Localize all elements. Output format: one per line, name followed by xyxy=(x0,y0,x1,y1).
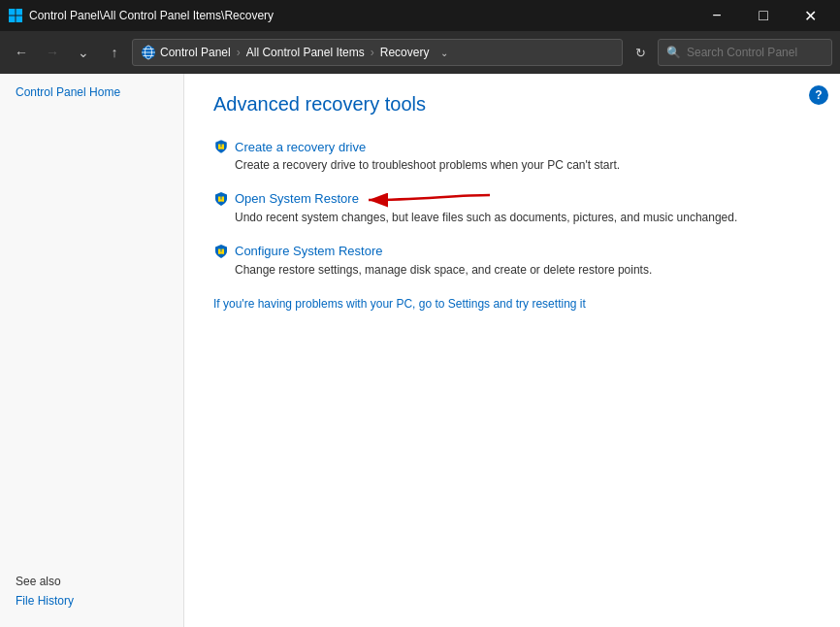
open-system-restore-desc: Undo recent system changes, but leave fi… xyxy=(213,210,811,226)
control-panel-icon xyxy=(141,45,156,60)
search-box[interactable]: 🔍 xyxy=(658,39,832,66)
sidebar: Control Panel Home See also File History xyxy=(0,74,184,627)
open-system-restore-link[interactable]: Open System Restore xyxy=(213,191,811,207)
app-icon xyxy=(8,8,23,23)
svg-rect-0 xyxy=(9,9,16,16)
breadcrumb-part2: All Control Panel Items xyxy=(246,46,365,59)
maximize-button[interactable]: □ xyxy=(741,0,786,31)
help-button[interactable]: ? xyxy=(809,85,828,105)
svg-rect-18 xyxy=(218,251,224,253)
svg-rect-14 xyxy=(218,199,224,201)
configure-system-restore-link[interactable]: Configure System Restore xyxy=(213,244,811,259)
address-dropdown-button[interactable]: ⌄ xyxy=(433,39,456,66)
configure-system-restore-label: Configure System Restore xyxy=(235,244,382,258)
page-title: Advanced recovery tools xyxy=(213,93,811,116)
create-recovery-drive-item: Create a recovery drive Create a recover… xyxy=(213,139,811,174)
window-title: Control Panel\All Control Panel Items\Re… xyxy=(29,9,695,22)
svg-rect-11 xyxy=(218,148,224,149)
titlebar: Control Panel\All Control Panel Items\Re… xyxy=(0,0,840,31)
open-system-restore-item: Open System Restore Undo recent system c… xyxy=(213,191,811,226)
main-layout: Control Panel Home See also File History… xyxy=(0,74,840,627)
content-area: ? Advanced recovery tools Create a recov… xyxy=(184,74,840,627)
svg-rect-2 xyxy=(9,16,16,23)
breadcrumb-sep2: › xyxy=(371,46,374,59)
create-recovery-drive-link[interactable]: Create a recovery drive xyxy=(213,139,811,154)
up-button[interactable]: ↑ xyxy=(101,39,128,66)
address-box[interactable]: Control Panel › All Control Panel Items … xyxy=(132,39,623,66)
configure-system-restore-desc: Change restore settings, manage disk spa… xyxy=(213,262,811,279)
file-history-link[interactable]: File History xyxy=(16,594,168,608)
create-recovery-drive-label: Create a recovery drive xyxy=(235,140,366,154)
back-button[interactable]: ← xyxy=(8,39,35,66)
see-also-label: See also xyxy=(16,575,168,588)
recent-locations-button[interactable]: ⌄ xyxy=(70,39,97,66)
sidebar-bottom: See also File History xyxy=(16,575,168,615)
svg-rect-1 xyxy=(16,9,23,16)
search-icon: 🔍 xyxy=(666,46,681,59)
configure-system-restore-item: Configure System Restore Change restore … xyxy=(213,244,811,279)
refresh-button[interactable]: ↻ xyxy=(627,39,654,66)
forward-button[interactable]: → xyxy=(39,39,66,66)
close-button[interactable]: ✕ xyxy=(788,0,832,31)
control-panel-home-link[interactable]: Control Panel Home xyxy=(16,85,168,99)
minimize-button[interactable]: − xyxy=(695,0,739,31)
shield-icon-3 xyxy=(213,244,229,259)
shield-icon-2 xyxy=(213,191,229,207)
svg-rect-3 xyxy=(16,16,23,23)
addressbar: ← → ⌄ ↑ Control Panel › All Control Pane… xyxy=(0,31,840,74)
search-input[interactable] xyxy=(687,46,832,59)
breadcrumb-part3: Recovery xyxy=(380,46,430,59)
breadcrumb-sep1: › xyxy=(237,46,241,59)
settings-reset-link[interactable]: If you're having problems with your PC, … xyxy=(213,297,811,311)
window-controls: − □ ✕ xyxy=(695,0,832,31)
shield-icon-1 xyxy=(213,139,229,154)
open-system-restore-label: Open System Restore xyxy=(235,191,359,206)
sidebar-top: Control Panel Home xyxy=(16,85,168,105)
create-recovery-drive-desc: Create a recovery drive to troubleshoot … xyxy=(213,157,811,174)
breadcrumb-part1: Control Panel xyxy=(160,46,231,59)
